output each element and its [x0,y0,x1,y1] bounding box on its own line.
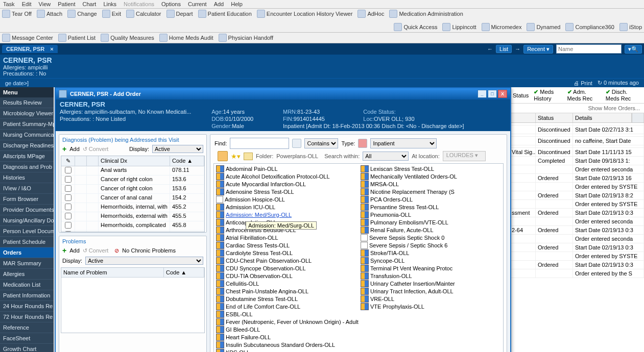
dx-display-select[interactable]: Active [152,145,203,153]
no-chronic-button[interactable]: No Chronic Problems [122,247,176,254]
catalog-item[interactable]: VRE-OLL [359,295,503,303]
catalog-item[interactable]: Syncope-OLL [359,257,503,264]
nav-next-icon[interactable]: → [515,46,520,52]
menu-task[interactable]: Task [3,1,15,7]
patient-tab-close-icon[interactable]: × [50,46,53,52]
dx-row[interactable]: Hemorrhoids, complicated455.8 [61,221,204,231]
menu-current[interactable]: Current [188,1,207,7]
menu-links[interactable]: Links [103,1,116,7]
add-dx-icon[interactable]: + [62,145,66,153]
dx-checkbox[interactable] [65,222,71,229]
dx-checkbox[interactable] [65,194,71,201]
catalog-item[interactable]: GI Bleed-OLL [214,325,359,333]
catalog-item[interactable]: Acute Alcohol Detoxification Protocol-OL… [214,172,359,180]
nav-diagnosis-and-prob[interactable]: Diagnosis and Prob [0,162,54,172]
catalog-item[interactable]: Admission Hospice-OLL [214,195,359,203]
dx-col-clinical[interactable]: Clinical Dx [99,156,170,166]
order-row[interactable]: Vital Sig...DiscontinuedStart Date 11/11… [510,148,644,157]
binoculars-icon[interactable] [292,139,301,148]
order-row[interactable]: OrderedStart Date 02/19/13 16 [510,174,644,183]
toolbtn-dynamed[interactable]: Dynamed [527,23,560,31]
order-row[interactable]: Order entered seconda [510,217,644,226]
catalog-item[interactable]: Stroke/TIA-OLL [359,249,503,257]
catalog-item[interactable]: Chest Pain-Unstable Angina-OLL [214,287,359,295]
catalog-item[interactable]: Dobutamine Stress Test-OLL [214,295,359,303]
order-row[interactable]: OrderedStart Date 02/19/13 8:2 [510,191,644,200]
folder-icon[interactable] [244,153,253,160]
no-chronic-icon[interactable]: ⊘ [114,247,119,254]
toolbtn-compliance360[interactable]: Compliance360 [565,23,614,31]
order-row[interactable]: Order entered seconda [510,235,644,243]
catalog-item[interactable]: Insulin Subcutaneous Standard Orders-OLL [214,341,359,348]
dx-checkbox[interactable] [65,176,71,183]
toolbtn-change[interactable]: Change [67,10,97,18]
find-input[interactable] [230,138,289,149]
nav-provider-documents[interactable]: Provider Documents [0,205,54,215]
catalog-item[interactable]: Severe Sepsis Septic Shock 0 [359,234,503,241]
nav-patient-summary-mp[interactable]: Patient Summary-Mp [0,119,54,130]
nav-facesheet[interactable]: FaceSheet [0,333,54,344]
nav-nursing-communica[interactable]: Nursing Communica [0,130,54,140]
catalog-item[interactable]: Renal Failure, Acute-OLL [359,226,503,234]
catalog-item[interactable]: Severe Sepsis / Septic Shock 6 [359,241,503,249]
toolbtn-medication-administration[interactable]: Medication Administration [389,10,463,18]
nav-discharge-readines[interactable]: Discharge Readines [0,140,54,151]
toolbtn-calculator[interactable]: Calculator [126,10,161,18]
nav-allergies[interactable]: Allergies [0,269,54,280]
catalog-item[interactable]: Lexiscan Stress Test-OLL [359,165,503,172]
nav-microbiology-viewer[interactable]: Microbiology Viewer [0,108,54,119]
dx-row[interactable]: Anal warts078.11 [61,166,204,175]
prob-display-select[interactable]: Active [85,257,203,265]
modal-titlebar[interactable]: CERNER, PSR - Add Order _ □ X [56,88,510,99]
toolbtn-quality-measures[interactable]: Quality Measures [101,34,154,42]
catalog-item[interactable]: Urinary Catheter Insertion/Mainter [359,280,503,287]
dx-edit-icon[interactable]: ✎ [61,156,75,166]
order-row[interactable]: Order entered by SYSTE [510,183,644,191]
dx-row[interactable]: Hemorrhoids, internal, with ...455.2 [61,203,204,212]
dx-col-code[interactable]: Code ▲ [170,156,204,166]
show-more-orders[interactable]: Show More Orders... [510,104,644,113]
toolbtn-micromedex[interactable]: Micromedex [482,23,522,31]
nav-nursing-ancillary-do[interactable]: Nursing/Ancillary Do [0,215,54,226]
catalog-item[interactable]: Pulmonary Embolism/VTE-OLL [359,218,503,226]
dx-row[interactable]: Hemorrhoids, external with ...455.5 [61,212,204,221]
catalog-item[interactable]: Urinary Tract Infection, Adult-OLL [359,287,503,295]
nav-prev-icon[interactable]: ← [487,46,493,52]
catalog-item[interactable]: Abdominal Pain-OLL [214,165,359,172]
catalog-item[interactable]: Fever (Neutropenic, Fever of Unknown Ori… [214,318,359,325]
add-prob-icon[interactable]: + [62,246,66,255]
catalog-item[interactable]: CDU-Chest Pain Observation-OLL [214,257,359,264]
order-row[interactable]: Order entered by SYSTE [510,252,644,261]
minimize-button[interactable]: _ [478,90,487,98]
patient-tab[interactable]: CERNER, PSR × [2,45,58,53]
add-dx-button[interactable]: Add [69,146,80,152]
catalog-item[interactable]: Atrial Fibrillation-OLL [214,234,359,241]
catalog-item[interactable]: ESBL-OLL [214,310,359,318]
print-button[interactable]: 🖨 Print [574,80,592,86]
dx-checkbox[interactable] [65,231,71,232]
nav-allscripts-mpage[interactable]: Allscripts MPage [0,151,54,162]
menu-chart[interactable]: Chart [83,1,97,7]
toolbtn-physician-handoff[interactable]: Physician Handoff [219,34,273,42]
catalog-item[interactable]: Nicotine Replacement Therapy (S [359,188,503,195]
catalog-item[interactable]: End of Life Comfort Care-OLL [214,303,359,310]
catalog-item[interactable]: Terminal Pt Vent Weaning Protoc [359,264,503,272]
catalog-item[interactable]: Acute Myocardial Infarction-OLL [214,180,359,188]
dx-row[interactable]: Cancer of right colon153.6 [61,175,204,185]
order-row[interactable]: ssmentOrderedStart Date 02/19/13 0:3 [510,209,644,217]
toolbtn-adhoc[interactable]: AdHoc [357,10,384,18]
refresh-button[interactable]: ↻ 0 minutes ago [598,80,639,86]
order-row[interactable]: 2-64OrderedStart Date 02/19/13 0:3 [510,226,644,235]
nav-form-browser[interactable]: Form Browser [0,194,54,205]
menu-help[interactable]: Help [231,1,243,7]
patient-search-go[interactable]: ▾🔍 [625,45,642,54]
catalog-item[interactable]: KPC-OLL [214,348,359,352]
menu-view[interactable]: View [39,1,51,7]
order-row[interactable]: OrderedStart Date 02/19/13 0:3 [510,243,644,252]
dx-checkbox[interactable] [65,213,71,219]
nav-person-level-docum[interactable]: Person Level Docum [0,226,54,237]
toolbtn-istop[interactable]: iStop [619,23,642,31]
nav-growth-chart[interactable]: Growth Chart [0,344,54,352]
toolbtn-depart[interactable]: Depart [166,10,193,18]
catalog-item[interactable]: CDU Syncope Observation-OLL [214,264,359,272]
